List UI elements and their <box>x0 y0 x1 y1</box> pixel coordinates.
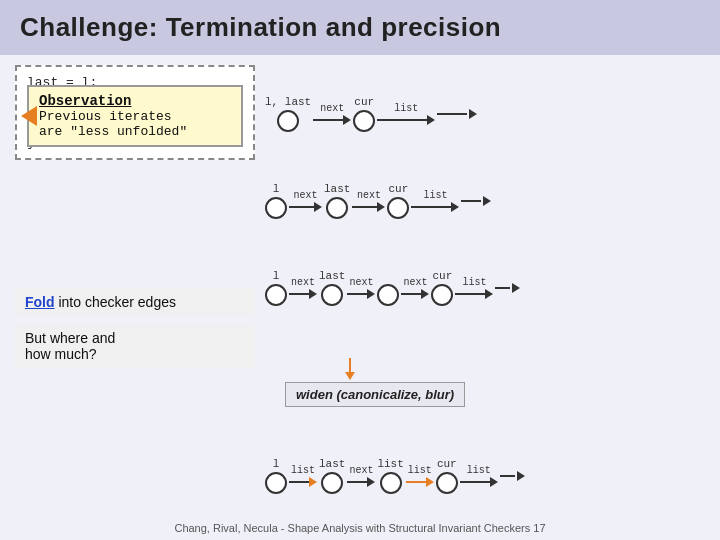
arr-label-list1: list <box>394 103 418 114</box>
node-last4: last <box>319 458 345 494</box>
arr3-list: list <box>462 277 486 288</box>
widen-label: widen (canonicalize, blur) <box>296 387 454 402</box>
h-line-4b <box>347 481 367 483</box>
code-box: last = l; while (…) { if (…) last = cur;… <box>15 65 255 160</box>
terminal-head-1 <box>469 109 477 119</box>
fold-rest: into checker edges <box>55 294 176 310</box>
arrowhead-2b <box>377 202 385 212</box>
node-cur3-label: cur <box>433 270 453 282</box>
h-arrow-3b <box>347 289 375 299</box>
arrowhead-4c <box>426 477 434 487</box>
node-l2-label: l <box>273 183 280 195</box>
arrowhead-4d <box>490 477 498 487</box>
h-arrow-3a <box>289 289 317 299</box>
terminal-2 <box>461 200 481 202</box>
h-arrow-2a <box>289 202 322 212</box>
widen-arrowhead-down <box>345 372 355 380</box>
node-last3: last <box>319 270 345 306</box>
node-mid4: list <box>377 458 403 494</box>
node-l2: l <box>265 183 287 219</box>
arr4-next: next <box>349 465 373 476</box>
h-line-list1 <box>377 119 427 121</box>
node-cur3: cur <box>431 270 453 306</box>
arrowhead-2a <box>314 202 322 212</box>
fold-box: Fold into checker edges <box>15 288 255 316</box>
h-line-4d <box>460 481 490 483</box>
h-line-4a <box>289 481 309 483</box>
node-cur1-label: cur <box>354 96 374 108</box>
observation-line2: are "less unfolded" <box>39 124 231 139</box>
node-mid4-circle <box>380 472 402 494</box>
arrowhead-3d <box>485 289 493 299</box>
arrowhead-3b <box>367 289 375 299</box>
observation-box: Observation Previous iterates are "less … <box>27 85 243 147</box>
h-arrow-2b <box>352 202 385 212</box>
but-where-box: But where and how much? <box>15 324 255 368</box>
terminal-3 <box>495 287 510 289</box>
node-cur4: cur <box>436 458 458 494</box>
node-cur3-circle <box>431 284 453 306</box>
arr3-next3: next <box>403 277 427 288</box>
widen-section: widen (canonicalize, blur) <box>285 358 705 407</box>
h-line-2b <box>352 206 377 208</box>
footer: Chang, Rival, Necula - Shape Analysis wi… <box>0 522 720 534</box>
node-last2-label: last <box>324 183 350 195</box>
h-line-3d <box>455 293 485 295</box>
arr4-list2: list <box>408 465 432 476</box>
node-cur4-circle <box>436 472 458 494</box>
node-l4-label: l <box>273 458 280 470</box>
h-line-3b <box>347 293 367 295</box>
node-l3-circle <box>265 284 287 306</box>
arr2-next1: next <box>293 190 317 201</box>
node-last2-circle <box>326 197 348 219</box>
node-mid4-label: list <box>377 458 403 470</box>
but-where-line1: But where and <box>25 330 245 346</box>
h-line-3c <box>401 293 421 295</box>
arr4-list1: list <box>291 465 315 476</box>
node-llast-label: l, last <box>265 96 311 108</box>
node-llast-circle <box>277 110 299 132</box>
fold-link[interactable]: Fold <box>25 294 55 310</box>
node-llast: l, last <box>265 96 311 132</box>
terminal-head-2 <box>483 196 491 206</box>
node-mid3-circle <box>377 284 399 306</box>
node-cur2-circle <box>387 197 409 219</box>
slide: Challenge: Termination and precision las… <box>0 0 720 540</box>
terminal-head-4 <box>517 471 525 481</box>
arr2-list: list <box>423 190 447 201</box>
content-area: last = l; while (…) { if (…) last = cur;… <box>0 55 720 535</box>
slide-title: Challenge: Termination and precision <box>0 0 720 55</box>
h-arrow-2c <box>411 202 459 212</box>
terminal-4 <box>500 475 515 477</box>
node-cur1-circle <box>353 110 375 132</box>
node-l3: l <box>265 270 287 306</box>
node-last4-label: last <box>319 458 345 470</box>
arrowhead-3c <box>421 289 429 299</box>
node-cur4-label: cur <box>437 458 457 470</box>
h-arrow-3d <box>455 289 493 299</box>
node-cur2-label: cur <box>389 183 409 195</box>
h-line-1 <box>313 119 343 121</box>
observation-title: Observation <box>39 93 231 109</box>
observation-arrow <box>21 106 37 126</box>
widen-box: widen (canonicalize, blur) <box>285 382 465 407</box>
h-arrow-4a <box>289 477 317 487</box>
widen-v-line <box>349 358 351 372</box>
arr3-next2: next <box>349 277 373 288</box>
h-line-3a <box>289 293 309 295</box>
arr3-next1: next <box>291 277 315 288</box>
arrowhead-list1 <box>427 115 435 125</box>
h-arrow-4b <box>347 477 375 487</box>
h-arrow-4d <box>460 477 498 487</box>
h-line-2c <box>411 206 451 208</box>
h-arrow-3c <box>401 289 429 299</box>
left-panel: last = l; while (…) { if (…) last = cur;… <box>15 65 255 525</box>
diagram-row-4: l list last next <box>265 458 705 494</box>
node-l4: l <box>265 458 287 494</box>
h-arrow-list1 <box>377 115 435 125</box>
node-last3-circle <box>321 284 343 306</box>
arrowhead-3a <box>309 289 317 299</box>
diagram-row-2: l next last next <box>265 183 705 219</box>
observation-line1: Previous iterates <box>39 109 231 124</box>
node-cur2: cur <box>387 183 409 219</box>
